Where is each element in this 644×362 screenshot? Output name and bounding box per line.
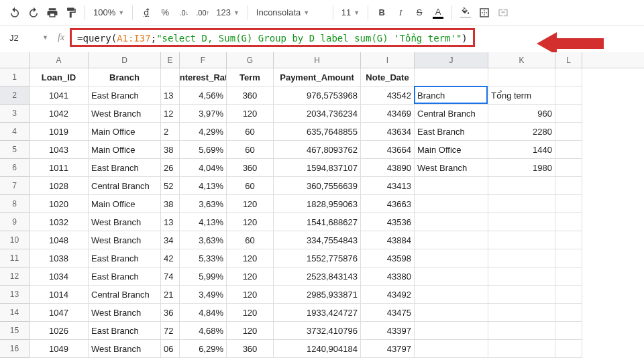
column-header-D[interactable]: D bbox=[89, 52, 161, 68]
cell[interactable]: 960 bbox=[488, 105, 555, 123]
fill-color-button[interactable] bbox=[458, 5, 474, 21]
cell[interactable]: 13 bbox=[161, 213, 180, 231]
cell[interactable] bbox=[555, 86, 582, 105]
cell[interactable]: Central Branch bbox=[89, 286, 161, 304]
column-header-H[interactable]: H bbox=[274, 52, 361, 68]
select-all-corner[interactable] bbox=[0, 52, 30, 68]
cell[interactable] bbox=[555, 249, 582, 267]
cell[interactable] bbox=[415, 267, 488, 286]
cell[interactable] bbox=[415, 304, 488, 322]
header-cell[interactable] bbox=[415, 68, 488, 86]
column-header-I[interactable]: I bbox=[361, 52, 415, 68]
cell[interactable]: 74 bbox=[161, 267, 180, 286]
cell[interactable]: 1240,904184 bbox=[274, 340, 361, 358]
cell[interactable]: 43380 bbox=[361, 267, 415, 286]
row-header-12[interactable]: 12 bbox=[0, 267, 30, 286]
cell[interactable] bbox=[415, 195, 488, 213]
spreadsheet-grid[interactable]: ADEFGHIJKL 1Loan_IDBranchAnterest_RateTe… bbox=[0, 52, 644, 358]
cell[interactable]: 43663 bbox=[361, 195, 415, 213]
cell[interactable]: 4,13% bbox=[180, 213, 227, 231]
cell[interactable]: 60 bbox=[227, 141, 274, 159]
cell[interactable]: 1980 bbox=[488, 159, 555, 177]
cell[interactable] bbox=[488, 213, 555, 231]
borders-button[interactable] bbox=[476, 5, 492, 21]
cell[interactable]: 3,49% bbox=[180, 286, 227, 304]
row-header-11[interactable]: 11 bbox=[0, 249, 30, 267]
cell[interactable]: 43469 bbox=[361, 105, 415, 123]
cell[interactable]: 120 bbox=[227, 213, 274, 231]
cell[interactable] bbox=[555, 322, 582, 340]
column-header-G[interactable]: G bbox=[227, 52, 274, 68]
column-header-E[interactable]: E bbox=[161, 52, 180, 68]
cell[interactable]: 1828,959063 bbox=[274, 195, 361, 213]
cell[interactable]: 5,33% bbox=[180, 249, 227, 267]
cell[interactable]: 4,84% bbox=[180, 304, 227, 322]
cell[interactable] bbox=[555, 177, 582, 195]
cell[interactable]: West Branch bbox=[89, 231, 161, 249]
cell[interactable]: 1020 bbox=[30, 195, 89, 213]
row-header-1[interactable]: 1 bbox=[0, 68, 30, 86]
paint-format-button[interactable] bbox=[63, 5, 79, 21]
cell[interactable]: 52 bbox=[161, 177, 180, 195]
cell[interactable]: West Branch bbox=[415, 159, 488, 177]
cell[interactable]: 120 bbox=[227, 249, 274, 267]
cell[interactable]: 1594,837107 bbox=[274, 159, 361, 177]
cell[interactable] bbox=[555, 141, 582, 159]
cell[interactable]: 43598 bbox=[361, 249, 415, 267]
cell[interactable]: 1933,424727 bbox=[274, 304, 361, 322]
name-box[interactable]: J2▼ bbox=[5, 29, 52, 46]
cell[interactable]: 43413 bbox=[361, 177, 415, 195]
cell[interactable]: 1032 bbox=[30, 213, 89, 231]
cell[interactable] bbox=[555, 304, 582, 322]
cell[interactable]: 38 bbox=[161, 141, 180, 159]
row-header-5[interactable]: 5 bbox=[0, 141, 30, 159]
cell[interactable]: 3732,410796 bbox=[274, 322, 361, 340]
cell[interactable]: 4,13% bbox=[180, 177, 227, 195]
cell[interactable] bbox=[555, 213, 582, 231]
cell[interactable]: 38 bbox=[161, 195, 180, 213]
cell[interactable] bbox=[415, 322, 488, 340]
font-size-dropdown[interactable]: 11▼ bbox=[339, 7, 362, 17]
cell[interactable]: 1048 bbox=[30, 231, 89, 249]
cell[interactable] bbox=[488, 231, 555, 249]
column-header-J[interactable]: J bbox=[415, 52, 488, 68]
strikethrough-button[interactable]: S bbox=[411, 5, 427, 21]
cell[interactable]: 43664 bbox=[361, 141, 415, 159]
cell[interactable]: Main Office bbox=[89, 195, 161, 213]
cell[interactable]: Central Branch bbox=[89, 177, 161, 195]
row-header-9[interactable]: 9 bbox=[0, 213, 30, 231]
cell[interactable] bbox=[555, 231, 582, 249]
cell[interactable]: 6,29% bbox=[180, 340, 227, 358]
cell[interactable] bbox=[415, 249, 488, 267]
cell[interactable]: 43536 bbox=[361, 213, 415, 231]
header-cell[interactable]: Branch bbox=[89, 68, 161, 86]
cell[interactable]: 42 bbox=[161, 249, 180, 267]
cell[interactable]: 120 bbox=[227, 286, 274, 304]
cell[interactable] bbox=[488, 195, 555, 213]
print-button[interactable] bbox=[44, 5, 60, 21]
cell[interactable]: 1440 bbox=[488, 141, 555, 159]
cell[interactable]: Main Office bbox=[89, 141, 161, 159]
cell[interactable]: Main Office bbox=[415, 141, 488, 159]
cell[interactable]: 360 bbox=[227, 340, 274, 358]
cell[interactable] bbox=[555, 286, 582, 304]
cell[interactable] bbox=[555, 159, 582, 177]
cell[interactable]: 1019 bbox=[30, 123, 89, 141]
row-header-14[interactable]: 14 bbox=[0, 304, 30, 322]
cell[interactable] bbox=[488, 322, 555, 340]
row-header-10[interactable]: 10 bbox=[0, 231, 30, 249]
font-dropdown[interactable]: Inconsolata▼ bbox=[254, 7, 327, 17]
cell[interactable]: 334,7554843 bbox=[274, 231, 361, 249]
row-header-6[interactable]: 6 bbox=[0, 159, 30, 177]
cell[interactable]: 4,29% bbox=[180, 123, 227, 141]
cell[interactable]: 1014 bbox=[30, 286, 89, 304]
cell[interactable]: 26 bbox=[161, 159, 180, 177]
cell[interactable] bbox=[488, 340, 555, 358]
cell[interactable]: 467,8093762 bbox=[274, 141, 361, 159]
cell[interactable] bbox=[555, 123, 582, 141]
cell[interactable]: 1047 bbox=[30, 304, 89, 322]
column-header-F[interactable]: F bbox=[180, 52, 227, 68]
cell[interactable]: 3,97% bbox=[180, 105, 227, 123]
cell[interactable]: West Branch bbox=[89, 304, 161, 322]
cell[interactable]: 1043 bbox=[30, 141, 89, 159]
